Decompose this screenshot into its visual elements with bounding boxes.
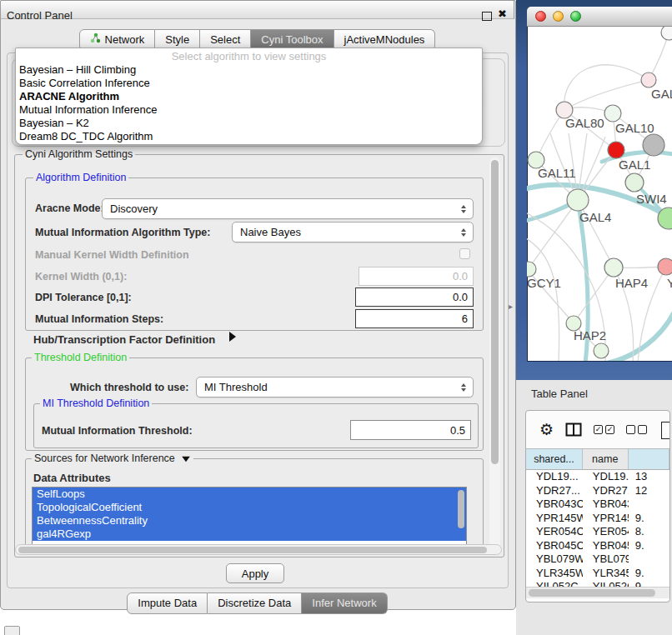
tab-label: Select (210, 32, 240, 48)
table-row[interactable]: YDL19...YDL19...13 (526, 470, 669, 484)
zoom-traffic-light-icon[interactable] (570, 11, 581, 22)
algorithm-item-mutual-information-inference[interactable]: Mutual Information Inference (16, 103, 482, 117)
which-threshold-label: Which threshold to use: (70, 382, 188, 393)
table-row[interactable]: YBL079WYBL079W (526, 552, 669, 567)
algorithm-item-basic-correlation-inference[interactable]: Basic Correlation Inference (16, 77, 482, 90)
mi-type-value: Naive Bayes (233, 226, 458, 238)
settings-hscrollbar-track[interactable] (15, 544, 502, 555)
network-node-label: GCY1 (527, 276, 561, 290)
table-cell: YER054C (526, 525, 583, 539)
column-header-name[interactable]: name (583, 449, 629, 469)
float-window-icon[interactable] (482, 12, 492, 21)
data-attributes-list: SelfLoopsTopologicalCoefficientBetweenne… (32, 487, 467, 546)
sources-group-title[interactable]: Sources for Network Inference (32, 452, 193, 464)
tab-label: jActiveMNodules (344, 32, 425, 48)
apply-button[interactable]: Apply (226, 563, 284, 583)
kernel-width-label: Kernel Width (0,1): (35, 271, 127, 282)
which-threshold-value: MI Threshold (197, 381, 458, 393)
column-header-shared[interactable]: shared... (526, 449, 583, 469)
gear-icon[interactable]: ⚙ (539, 422, 554, 438)
tab-label: Style (165, 32, 189, 48)
network-node[interactable] (658, 258, 672, 275)
tab-impute-data[interactable]: Impute Data (127, 592, 208, 614)
network-node[interactable] (625, 173, 644, 192)
table-panel-title: Table Panel (531, 388, 588, 400)
table-cell: 9. (629, 539, 669, 553)
network-node[interactable] (604, 105, 621, 122)
network-node[interactable] (641, 72, 656, 88)
table-cell: YBL079W (583, 552, 629, 567)
network-node-label: HAP2 (574, 328, 606, 342)
settings-scrollbar-thumb[interactable] (491, 160, 499, 464)
settings-scrollbar-track[interactable] (489, 158, 500, 552)
network-node[interactable] (594, 343, 609, 358)
dpi-tolerance-input[interactable] (355, 288, 474, 307)
which-threshold-combo[interactable]: MI Threshold (196, 377, 474, 398)
attribute-item-topologicalcoefficient[interactable]: TopologicalCoefficient (33, 501, 466, 514)
tab-infer-network[interactable]: Infer Network (302, 592, 387, 614)
document-icon[interactable] (661, 422, 670, 439)
network-node[interactable] (643, 134, 664, 156)
network-node-label: GAL11 (538, 166, 576, 180)
mi-threshold-group-title: MI Threshold Definition (40, 398, 152, 409)
table-row[interactable]: YBR043CYBR043C (526, 498, 669, 512)
mi-threshold-input[interactable] (350, 420, 471, 440)
minimized-panel-icon[interactable] (4, 626, 20, 635)
table-row[interactable]: YDR27...YDR27...12 (526, 484, 669, 498)
select-all-checkboxes-icon[interactable]: ✓✓ (594, 425, 614, 434)
algorithm-item-bayesian-hill-climbing[interactable]: Bayesian – Hill Climbing (16, 63, 482, 77)
tab-discretize-data[interactable]: Discretize Data (208, 592, 302, 614)
mi-type-combo[interactable]: Naive Bayes (232, 222, 474, 242)
expand-arrow-icon[interactable] (229, 332, 236, 342)
deselect-all-checkboxes-icon[interactable] (626, 425, 647, 434)
kernel-width-input[interactable] (359, 267, 474, 286)
attributes-scrollbar-thumb[interactable] (458, 490, 464, 528)
settings-hscrollbar-thumb[interactable] (18, 547, 487, 553)
panel-collapse-arrow-icon[interactable]: ▸ (509, 302, 513, 311)
table-row[interactable]: YPR145WYPR145W9. (526, 512, 669, 526)
table-cell: YLR345W (526, 567, 583, 581)
combo-arrows-icon (458, 383, 469, 392)
hub-definition-toggle-label[interactable]: Hub/Transcription Factor Definition (33, 333, 215, 346)
network-edge (564, 80, 649, 110)
mi-steps-input[interactable] (355, 309, 474, 328)
network-node[interactable] (527, 262, 536, 277)
network-node[interactable] (661, 27, 672, 40)
table-cell (629, 552, 669, 567)
settings-group-title: Cyni Algorithm Settings (23, 148, 135, 160)
table-hscrollbar-thumb[interactable] (529, 589, 655, 597)
close-traffic-light-icon[interactable] (535, 11, 546, 22)
table-cell: 12 (629, 484, 669, 498)
manual-kernel-checkbox[interactable] (459, 248, 470, 259)
network-node-label: GAL (651, 87, 672, 101)
columns-icon[interactable] (565, 422, 582, 437)
network-node[interactable] (567, 189, 589, 211)
collapse-arrow-icon[interactable] (183, 457, 191, 462)
network-node-label: GAL4 (579, 210, 611, 224)
aracne-mode-combo[interactable]: Discovery (102, 198, 474, 219)
attribute-item-gal4rgexp[interactable]: gal4RGexp (33, 528, 466, 541)
attribute-item-selfloops[interactable]: SelfLoops (33, 488, 466, 501)
algorithm-item-dream8-dc-tdc-algorithm[interactable]: Dream8 DC_TDC Algorithm (16, 130, 482, 143)
close-icon[interactable]: ✖ (498, 8, 507, 20)
network-window-titlebar[interactable] (527, 7, 672, 27)
table-row[interactable]: YBR045CYBR045C9. (526, 539, 669, 553)
network-node-label: SWI4 (636, 192, 667, 206)
algorithm-item-bayesian-k2[interactable]: Bayesian – K2 (16, 117, 482, 130)
column-header-2[interactable] (629, 449, 669, 469)
attribute-item-betweennesscentrality[interactable]: BetweennessCentrality (33, 514, 466, 528)
table-cell: YER054C (583, 525, 629, 539)
algorithm-item-aracne-algorithm[interactable]: ARACNE Algorithm (16, 90, 482, 103)
table-cell: YDL19... (583, 470, 629, 484)
network-node[interactable] (608, 142, 624, 158)
table-hscrollbar-track[interactable] (526, 587, 669, 598)
network-node[interactable] (604, 258, 623, 277)
minimize-traffic-light-icon[interactable] (553, 11, 564, 22)
table-row[interactable]: YER054CYER054C8. (526, 525, 669, 539)
table-row[interactable]: YLR345WYLR345W9. (526, 567, 669, 581)
threshold-definition-title: Threshold Definition (32, 352, 129, 363)
table-cell: 13 (629, 470, 669, 484)
control-panel-titlebar[interactable] (0, 0, 514, 19)
algorithm-definition-title: Algorithm Definition (33, 172, 128, 183)
network-canvas[interactable]: GALGAL80GAL10GAL11GAL1SWI4GAL4GCY1HAP4YH… (527, 27, 672, 361)
